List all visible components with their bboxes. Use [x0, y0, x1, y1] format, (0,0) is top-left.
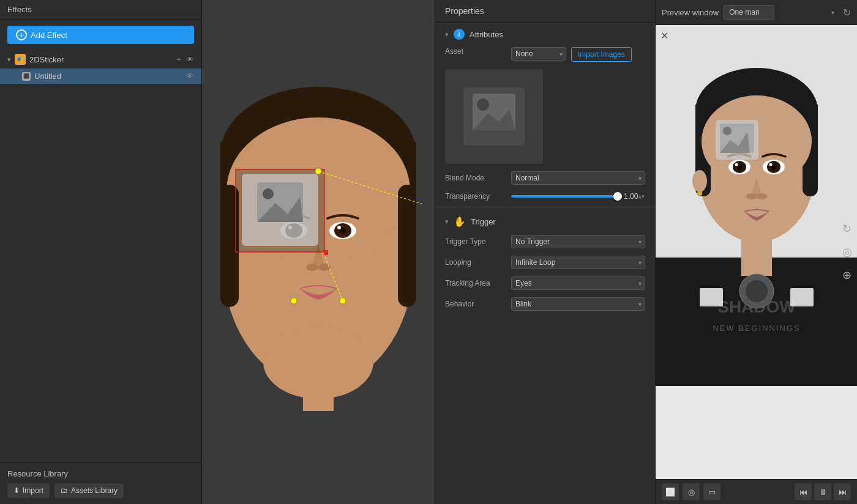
assets-library-button[interactable]: 🗂 Assets Library — [54, 483, 124, 498]
import-icon: ⬇ — [13, 486, 20, 495]
trigger-type-select[interactable]: No Trigger Blink Mouth Open — [511, 235, 645, 248]
looping-row: Looping Infinite Loop Once Ping Pong — [435, 252, 655, 273]
preview-compass-icon[interactable]: ◎ — [842, 245, 852, 259]
behavior-select-wrapper: Blink Mouth Open Eyebrow Raise — [511, 297, 645, 311]
preview-select-chevron: ▾ — [831, 9, 834, 16]
properties-title: Properties — [435, 0, 655, 23]
svg-point-13 — [306, 264, 318, 271]
layer-eye-icon[interactable]: 👁 — [186, 55, 194, 64]
trigger-arrow: ▾ — [445, 218, 449, 226]
svg-point-19 — [291, 298, 297, 304]
preview-prev-button[interactable]: ⏮ — [795, 483, 812, 500]
add-effect-button[interactable]: + Add Effect — [7, 26, 194, 44]
transparency-slider-thumb[interactable] — [613, 192, 622, 201]
svg-point-50 — [771, 165, 776, 169]
preview-title: Preview window — [662, 8, 719, 17]
attributes-info-icon: i — [454, 29, 465, 40]
layer-2dsticker[interactable]: ▾ 🎭 2DSticker + 👁 — [0, 50, 201, 69]
preview-facetrack-button[interactable]: ◎ — [683, 483, 700, 500]
tracking-area-row: Tracking Area Eyes Mouth Face Head — [435, 273, 655, 294]
svg-rect-18 — [303, 362, 334, 411]
blend-mode-select[interactable]: Normal Multiply Screen Overlay — [511, 171, 645, 185]
preview-next-button[interactable]: ⏭ — [834, 483, 851, 500]
resource-library: Resource Library ⬇ Import 🗂 Assets Libra… — [0, 462, 201, 504]
child-eye-icon[interactable]: 👁 — [186, 72, 194, 81]
preview-record-button[interactable]: ⬜ — [662, 483, 679, 500]
svg-point-47 — [735, 163, 738, 166]
import-label: Import — [23, 486, 43, 495]
svg-point-46 — [737, 165, 742, 169]
trigger-section-header[interactable]: ▾ ✋ Trigger — [435, 210, 655, 231]
child-layer-label: Untitled — [34, 72, 61, 81]
svg-rect-60 — [700, 288, 723, 306]
tracking-area-label: Tracking Area — [445, 279, 506, 287]
preview-close-icon[interactable]: ✕ — [661, 30, 668, 42]
behavior-select[interactable]: Blink Mouth Open Eyebrow Raise — [511, 297, 645, 311]
svg-rect-16 — [398, 185, 416, 307]
layer-sticker-icon: 🎭 — [15, 54, 26, 65]
resource-library-title: Resource Library — [7, 469, 194, 478]
layer-2dsticker-label: 2DSticker — [29, 55, 64, 64]
preview-portrait-svg: SHADOW NEW BEGINNINGS — [656, 25, 857, 386]
svg-point-55 — [697, 191, 702, 196]
preview-viewport: ✕ — [656, 25, 857, 479]
looping-select[interactable]: Infinite Loop Once Ping Pong — [511, 256, 645, 269]
svg-point-64 — [723, 127, 732, 135]
attributes-label: Attributes — [470, 30, 503, 39]
preview-left-tools: ⬜ ◎ ▭ — [662, 483, 720, 500]
child-layer-icon: ⬛ — [22, 72, 31, 81]
layer-add-icon[interactable]: + — [176, 55, 181, 64]
svg-text:NEW BEGINNINGS: NEW BEGINNINGS — [713, 324, 801, 333]
effects-panel-title: Effects — [0, 0, 201, 20]
preview-tools: ↻ ◎ ⊕ — [842, 222, 852, 282]
transparency-slider-track[interactable] — [511, 195, 619, 198]
blend-mode-select-wrapper: Normal Multiply Screen Overlay — [511, 171, 645, 185]
svg-rect-61 — [790, 288, 814, 306]
svg-point-54 — [692, 170, 707, 192]
effects-panel: Effects + Add Effect ▾ 🎭 2DSticker + 👁 ⬛… — [0, 0, 202, 504]
asset-select-wrapper: None — [511, 47, 566, 61]
trigger-type-row: Trigger Type No Trigger Blink Mouth Open — [435, 231, 655, 252]
preview-rotate-icon[interactable]: ↻ — [842, 222, 852, 235]
attributes-arrow: ▾ — [445, 31, 449, 39]
looping-label: Looping — [445, 258, 506, 267]
layer-child-untitled[interactable]: ⬛ Untitled 👁 — [0, 69, 201, 84]
layer-expand-icon: ▾ — [7, 56, 11, 64]
assets-library-icon: 🗂 — [61, 486, 68, 495]
asset-select[interactable]: None — [511, 47, 566, 61]
import-images-button[interactable]: Import Images — [571, 47, 632, 62]
tracking-area-select-wrapper: Eyes Mouth Face Head — [511, 276, 645, 290]
face-preview-area — [202, 0, 435, 504]
preview-zoom-icon[interactable]: ⊕ — [842, 269, 852, 282]
preview-model-select-wrapper: One man One woman Two people ▾ — [724, 5, 838, 20]
trigger-label: Trigger — [471, 217, 496, 226]
transparency-row: Transparency 1.00 ▴▾ — [435, 188, 655, 204]
preview-playback-controls: ⏮ ⏸ ⏭ — [795, 483, 851, 500]
svg-point-51 — [769, 163, 773, 166]
svg-point-53 — [756, 193, 767, 199]
tracking-area-select[interactable]: Eyes Mouth Face Head — [511, 276, 645, 290]
svg-point-59 — [746, 280, 768, 302]
looping-select-wrapper: Infinite Loop Once Ping Pong — [511, 256, 645, 269]
svg-point-33 — [477, 98, 489, 111]
behavior-label: Behavior — [445, 300, 506, 308]
asset-row: Asset None Import Images — [435, 43, 655, 65]
preview-screenshot-button[interactable]: ▭ — [703, 483, 720, 500]
transparency-slider-container: 1.00 ▴▾ — [511, 192, 645, 201]
preview-refresh-button[interactable]: ↻ — [843, 7, 851, 18]
face-svg — [214, 62, 422, 442]
resource-buttons: ⬇ Import 🗂 Assets Library — [7, 483, 194, 498]
face-container — [214, 62, 422, 442]
preview-pause-button[interactable]: ⏸ — [814, 483, 831, 500]
add-effect-plus-icon: + — [16, 29, 27, 40]
preview-panel: Preview window One man One woman Two peo… — [655, 0, 857, 504]
preview-toolbar-bottom: ⬜ ◎ ▭ ⏮ ⏸ ⏭ — [656, 479, 857, 504]
svg-point-52 — [746, 193, 757, 199]
preview-header: Preview window One man One woman Two peo… — [656, 0, 857, 25]
svg-point-12 — [337, 226, 341, 229]
preview-model-select[interactable]: One man One woman Two people — [724, 5, 774, 20]
behavior-row: Behavior Blink Mouth Open Eyebrow Raise — [435, 294, 655, 314]
asset-preview-box — [445, 69, 543, 164]
attributes-section-header[interactable]: ▾ i Attributes — [435, 23, 655, 43]
import-button[interactable]: ⬇ Import — [7, 483, 50, 498]
